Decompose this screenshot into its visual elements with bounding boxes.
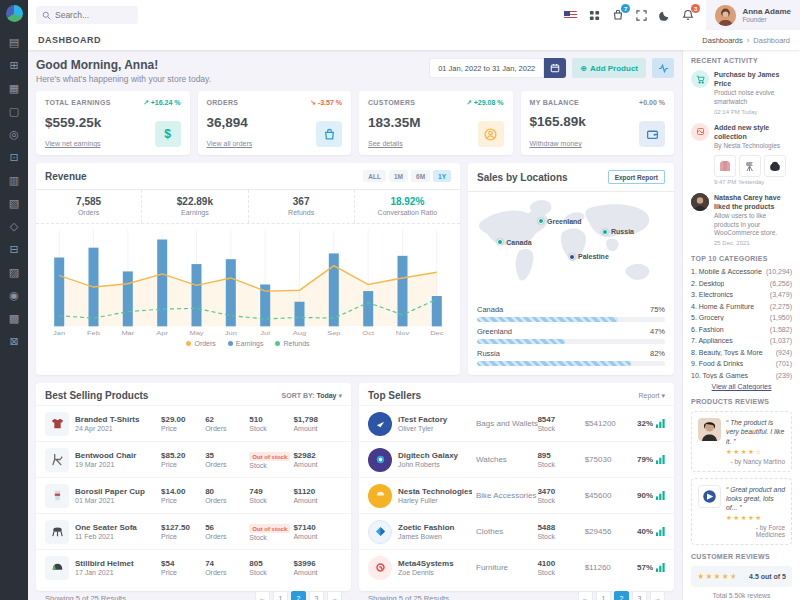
pages-icon[interactable]: ▢: [0, 100, 28, 123]
components-icon[interactable]: ▨: [0, 261, 28, 284]
calendar-button[interactable]: [544, 58, 566, 78]
pagination-prev[interactable]: ←: [578, 591, 593, 600]
view-all-categories-link[interactable]: View all Categories: [691, 383, 792, 390]
product-name[interactable]: Branded T-Shirts: [75, 415, 157, 424]
svg-text:Mar: Mar: [121, 330, 135, 336]
report-dropdown[interactable]: Report ▾: [639, 392, 665, 400]
search-input[interactable]: [55, 10, 127, 20]
table-row: Zoetic FashionJames Bowen Clothes 5488St…: [359, 514, 674, 550]
review-text: “ Great product and looks great, lots of…: [726, 485, 785, 513]
activity-title[interactable]: Purchase by James Price: [714, 70, 792, 88]
category-row: 9. Food & Drinks(701): [691, 360, 792, 367]
product-name[interactable]: Stillbird Helmet: [75, 559, 157, 568]
page-title-bar: DASHBOARD Dashboards › Dashboard: [28, 30, 800, 50]
table-row: iTest FactoryOliver Tyler Bags and Walle…: [359, 405, 674, 442]
icons-icon[interactable]: ◇: [0, 215, 28, 238]
rating-value: 4.5 out of 5: [749, 573, 786, 580]
tab-all[interactable]: ALL: [363, 170, 386, 182]
notifications-button[interactable]: 3: [682, 9, 694, 21]
apps-icon[interactable]: ⊞: [0, 54, 28, 77]
activity-shortcut-button[interactable]: [652, 58, 674, 78]
date-range-value[interactable]: 01 Jan, 2022 to 31 Jan, 2022: [429, 58, 544, 78]
tab-1y[interactable]: 1Y: [433, 170, 451, 182]
tables-icon[interactable]: ▥: [0, 169, 28, 192]
pagination-page-2[interactable]: 2: [614, 591, 629, 600]
cart-button[interactable]: 7: [612, 9, 624, 21]
add-product-button[interactable]: ⊕ Add Product: [572, 58, 646, 78]
pagination-page-1[interactable]: 1: [273, 591, 288, 600]
apps-menu-button[interactable]: [589, 10, 600, 21]
user-menu[interactable]: Anna Adame Founder: [706, 0, 800, 30]
seller-name[interactable]: Zoetic Fashion: [398, 523, 472, 532]
cart-badge: 7: [621, 4, 630, 13]
top-sellers-title: Top Sellers: [368, 390, 421, 401]
view-net-earnings-link[interactable]: View net earnings: [45, 140, 101, 147]
dashboard-icon[interactable]: ▤: [0, 31, 28, 54]
pagination-page-1[interactable]: 1: [596, 591, 611, 600]
tab-1m[interactable]: 1M: [389, 170, 408, 182]
product-image-tshirt: [45, 412, 69, 436]
review-text: “ The product is very beautiful. I like …: [726, 418, 785, 446]
activity-title[interactable]: Natasha Carey have liked the products: [714, 193, 792, 211]
table-row: Bentwood Chair19 Mar 2021 $85.20Price 35…: [36, 442, 351, 478]
table-row: Nesta TechnologiesHarley Fuller Bike Acc…: [359, 478, 674, 514]
pagination-page-2[interactable]: 2: [291, 591, 306, 600]
map-marker-greenland[interactable]: Greenland: [538, 218, 582, 225]
maps-icon[interactable]: ⊟: [0, 238, 28, 261]
stat-delta: +0.00 %: [639, 99, 665, 106]
levels-icon[interactable]: ▩: [0, 307, 28, 330]
activity-title[interactable]: Added new style collection: [714, 123, 792, 141]
export-report-button[interactable]: Export Report: [608, 170, 665, 184]
seller-logo-itest: [368, 412, 392, 436]
settings-icon[interactable]: ⊠: [0, 330, 28, 353]
sales-by-locations-card: Sales by Locations Export Report: [468, 163, 674, 375]
collection-activity-icon: [691, 123, 709, 141]
map-marker-palestine[interactable]: Palestine: [569, 253, 609, 260]
legend-orders: Orders: [186, 340, 215, 347]
product-name[interactable]: One Seater Sofa: [75, 523, 157, 532]
activity-item: Added new style collection By Nesta Tech…: [691, 123, 792, 185]
pagination-page-3[interactable]: 3: [309, 591, 324, 600]
widgets-icon[interactable]: ◎: [0, 123, 28, 146]
seller-name[interactable]: Digitech Galaxy: [398, 451, 472, 460]
dark-mode-button[interactable]: [659, 10, 670, 21]
world-map-graphic: [474, 195, 668, 299]
thumb-camera[interactable]: [739, 155, 761, 177]
seller-name[interactable]: Nesta Technologies: [398, 487, 472, 496]
charts-icon[interactable]: ▧: [0, 192, 28, 215]
stat-label: CUSTOMERS: [368, 99, 415, 106]
map-marker-canada[interactable]: Canada: [497, 239, 531, 246]
stat-delta: ↘ -3.57 %: [310, 99, 342, 107]
thumb-jacket[interactable]: [714, 155, 736, 177]
pagination-next[interactable]: →: [327, 591, 342, 600]
forms-icon[interactable]: ⊡: [0, 146, 28, 169]
pagination-page-3[interactable]: 3: [632, 591, 647, 600]
tab-6m[interactable]: 6M: [411, 170, 430, 182]
product-name[interactable]: Bentwood Chair: [75, 451, 157, 460]
sort-by-dropdown[interactable]: SORT BY: Today ▾: [282, 392, 342, 400]
breadcrumb-dashboards[interactable]: Dashboards: [702, 36, 742, 45]
svg-text:Sep: Sep: [327, 330, 341, 337]
layouts-icon[interactable]: ▦: [0, 77, 28, 100]
product-name[interactable]: Borosil Paper Cup: [75, 487, 157, 496]
docs-icon[interactable]: ◉: [0, 284, 28, 307]
seller-person: Zoe Dennis: [398, 569, 472, 576]
withdraw-money-link[interactable]: Withdraw money: [530, 140, 582, 147]
pagination-prev[interactable]: ←: [255, 591, 270, 600]
view-all-orders-link[interactable]: View all orders: [207, 140, 253, 147]
pagination-next[interactable]: →: [650, 591, 665, 600]
seller-name[interactable]: iTest Factory: [398, 415, 472, 424]
map-marker-russia[interactable]: Russia: [602, 228, 634, 235]
activity-time: 25 Dec, 2021: [714, 240, 792, 246]
svg-text:Nov: Nov: [396, 330, 410, 336]
fullscreen-button[interactable]: [636, 10, 647, 21]
topbar: 7 3 Anna Adame: [28, 0, 800, 30]
thumb-bag[interactable]: [764, 155, 786, 177]
app-logo[interactable]: [6, 5, 23, 22]
seller-name[interactable]: Meta4Systems: [398, 559, 472, 568]
language-flag-button[interactable]: [564, 11, 577, 20]
see-details-link[interactable]: See details: [368, 140, 403, 147]
search-box[interactable]: [36, 6, 138, 24]
category-row: 4. Home & Furniture(2,275): [691, 303, 792, 310]
date-range-picker[interactable]: 01 Jan, 2022 to 31 Jan, 2022: [429, 58, 566, 78]
